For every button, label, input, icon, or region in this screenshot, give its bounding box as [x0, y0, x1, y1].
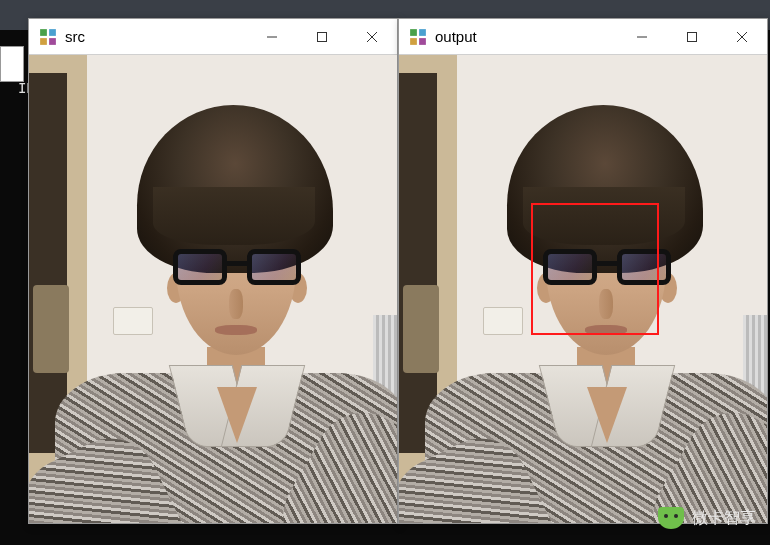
image-viewport-output	[399, 55, 767, 523]
window-src: src	[28, 18, 398, 524]
title-bar[interactable]: src	[29, 19, 397, 55]
image-viewport-src	[29, 55, 397, 523]
svg-rect-13	[688, 32, 697, 41]
maximize-button[interactable]	[297, 19, 347, 54]
svg-rect-10	[410, 38, 417, 45]
svg-rect-8	[410, 29, 417, 36]
window-controls	[617, 19, 767, 54]
window-output: output	[398, 18, 768, 524]
svg-rect-0	[40, 29, 47, 36]
wechat-icon	[658, 507, 684, 529]
svg-rect-2	[40, 38, 47, 45]
app-icon	[409, 28, 427, 46]
window-title-text: src	[65, 28, 247, 45]
minimize-button[interactable]	[617, 19, 667, 54]
window-title-text: output	[435, 28, 617, 45]
svg-rect-1	[49, 29, 56, 36]
svg-rect-5	[318, 32, 327, 41]
app-icon	[39, 28, 57, 46]
watermark: 微卡智享	[658, 507, 756, 529]
output-image	[399, 55, 767, 523]
window-controls	[247, 19, 397, 54]
svg-rect-3	[49, 38, 56, 45]
maximize-button[interactable]	[667, 19, 717, 54]
watermark-text: 微卡智享	[692, 508, 756, 529]
title-bar[interactable]: output	[399, 19, 767, 55]
background-window-fragment	[0, 46, 24, 82]
svg-rect-11	[419, 38, 426, 45]
close-button[interactable]	[347, 19, 397, 54]
minimize-button[interactable]	[247, 19, 297, 54]
windows-row: src	[28, 18, 768, 524]
source-image	[29, 55, 397, 523]
svg-rect-9	[419, 29, 426, 36]
close-button[interactable]	[717, 19, 767, 54]
